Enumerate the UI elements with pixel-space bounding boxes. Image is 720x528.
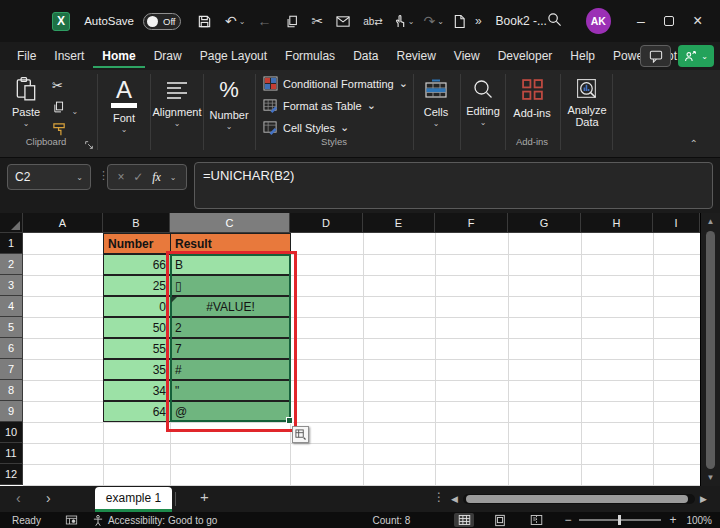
- autosave-toggle[interactable]: Off: [143, 13, 181, 30]
- excel-logo-icon[interactable]: X: [52, 12, 70, 31]
- page-layout-view-button[interactable]: [490, 513, 510, 527]
- row-header-7[interactable]: 7: [0, 359, 23, 380]
- zoom-out-button[interactable]: −: [564, 513, 571, 527]
- col-header-F[interactable]: F: [435, 213, 508, 233]
- cell-B1[interactable]: Number: [103, 233, 171, 254]
- scroll-up-icon[interactable]: ▲: [707, 217, 715, 226]
- horizontal-scrollbar-thumb[interactable]: [466, 495, 688, 503]
- cut-small-button[interactable]: ✂: [52, 78, 63, 93]
- cell-C9[interactable]: @: [170, 401, 291, 422]
- hscroll-left-icon[interactable]: ◀: [451, 494, 458, 504]
- sheetbar-handle-icon[interactable]: ⋮: [433, 490, 445, 504]
- row-header-3[interactable]: 3: [0, 275, 23, 296]
- row-header-6[interactable]: 6: [0, 338, 23, 359]
- alignment-menu-button[interactable]: Alignment ⌄: [148, 80, 206, 128]
- row-header-8[interactable]: 8: [0, 380, 23, 401]
- tab-formulas[interactable]: Formulas: [276, 44, 344, 69]
- tab-developer[interactable]: Developer: [489, 44, 562, 69]
- redo-button[interactable]: ↷⌄: [423, 14, 443, 28]
- row-header-9[interactable]: 9: [0, 401, 23, 422]
- cell-B4[interactable]: 0: [103, 296, 171, 317]
- cancel-formula-button[interactable]: ×: [117, 170, 124, 184]
- close-button[interactable]: ×: [684, 12, 712, 30]
- cell-C8[interactable]: ": [170, 380, 291, 401]
- search-button[interactable]: [547, 12, 562, 31]
- tab-data[interactable]: Data: [344, 44, 387, 69]
- horizontal-scrollbar[interactable]: [463, 494, 695, 504]
- zoom-slider-handle[interactable]: [618, 515, 621, 525]
- sheet-tab-example1[interactable]: example 1: [95, 487, 172, 512]
- autofill-options-button[interactable]: [292, 426, 309, 443]
- number-menu-button[interactable]: % Number ⌄: [206, 79, 252, 131]
- row-header-11[interactable]: 11: [0, 443, 23, 464]
- vertical-scrollbar[interactable]: ▲ ▼: [700, 213, 720, 486]
- zoom-level[interactable]: 100%: [686, 515, 712, 526]
- col-header-E[interactable]: E: [363, 213, 435, 233]
- accessibility-status[interactable]: Accessibility: Good to go: [92, 514, 218, 527]
- back-button[interactable]: ←: [258, 14, 272, 28]
- cell-styles-button[interactable]: Cell Styles ⌄: [263, 120, 349, 135]
- fill-handle[interactable]: [286, 417, 293, 424]
- new-document-button[interactable]: [453, 14, 466, 29]
- cell-B8[interactable]: 34: [103, 380, 171, 401]
- tab-home[interactable]: Home: [93, 44, 144, 69]
- page-break-view-button[interactable]: [526, 513, 546, 527]
- cells-menu-button[interactable]: Cells ⌄: [416, 79, 456, 128]
- cell-B9[interactable]: 64: [103, 401, 171, 422]
- font-menu-button[interactable]: A Font ⌄: [103, 78, 145, 134]
- add-sheet-button[interactable]: +: [200, 488, 209, 505]
- cell-B6[interactable]: 55: [103, 338, 171, 359]
- analyze-data-button[interactable]: Analyze Data: [562, 78, 612, 128]
- select-all-button[interactable]: [0, 213, 23, 233]
- col-header-G[interactable]: G: [508, 213, 581, 233]
- normal-view-button[interactable]: [454, 513, 474, 527]
- prev-sheet-button[interactable]: ‹: [16, 490, 21, 506]
- col-header-H[interactable]: H: [581, 213, 653, 233]
- cell-C6[interactable]: 7: [170, 338, 291, 359]
- minimize-button[interactable]: –: [627, 13, 655, 29]
- cell-C2-active[interactable]: B: [170, 254, 291, 275]
- zoom-in-button[interactable]: +: [669, 513, 676, 527]
- insert-function-button[interactable]: fx: [152, 170, 161, 185]
- row-header-5[interactable]: 5: [0, 317, 23, 338]
- row-header-4[interactable]: 4: [0, 296, 23, 317]
- format-as-table-button[interactable]: Format as Table ⌄: [263, 98, 376, 113]
- share-button[interactable]: ⌄: [678, 45, 714, 67]
- clipboard-dialog-launcher[interactable]: [84, 136, 94, 154]
- copy-button[interactable]: [285, 14, 299, 29]
- addins-button[interactable]: Add-ins: [508, 78, 556, 119]
- tab-help[interactable]: Help: [561, 44, 604, 69]
- confirm-formula-button[interactable]: ✓: [133, 170, 143, 184]
- tab-file[interactable]: File: [8, 44, 45, 69]
- scroll-down-icon[interactable]: ▼: [707, 473, 715, 482]
- tab-page-layout[interactable]: Page Layout: [191, 44, 276, 69]
- cell-C7[interactable]: #: [170, 359, 291, 380]
- tab-insert[interactable]: Insert: [45, 44, 93, 69]
- name-box[interactable]: C2 ⌄: [7, 164, 91, 190]
- comments-button[interactable]: [640, 45, 671, 67]
- zoom-slider[interactable]: [579, 519, 661, 521]
- find-replace-button[interactable]: ab⇄: [363, 16, 383, 27]
- maximize-button[interactable]: [655, 16, 683, 26]
- undo-button[interactable]: ↶⌄: [225, 14, 245, 28]
- col-header-A[interactable]: A: [23, 213, 103, 233]
- paste-button[interactable]: Paste ⌄: [8, 76, 44, 128]
- save-button[interactable]: [197, 14, 212, 29]
- vertical-scrollbar-thumb[interactable]: [706, 231, 715, 469]
- email-button[interactable]: [336, 15, 351, 28]
- touch-mode-button[interactable]: ⌄: [393, 14, 415, 29]
- tab-draw[interactable]: Draw: [145, 44, 191, 69]
- row-header-12[interactable]: 12: [0, 464, 23, 485]
- row-header-2[interactable]: 2: [0, 254, 23, 275]
- avatar[interactable]: AK: [586, 8, 611, 34]
- col-header-D[interactable]: D: [290, 213, 363, 233]
- row-header-10[interactable]: 10: [0, 422, 23, 443]
- hscroll-right-icon[interactable]: ▶: [700, 494, 707, 504]
- conditional-formatting-button[interactable]: Conditional Formatting ⌄: [263, 76, 408, 91]
- cell-B2[interactable]: 66: [103, 254, 171, 275]
- cut-button[interactable]: ✂: [312, 14, 324, 28]
- cell-C3[interactable]: ▯: [170, 275, 291, 296]
- col-header-B[interactable]: B: [103, 213, 170, 233]
- cell-B3[interactable]: 25: [103, 275, 171, 296]
- cell-B7[interactable]: 35: [103, 359, 171, 380]
